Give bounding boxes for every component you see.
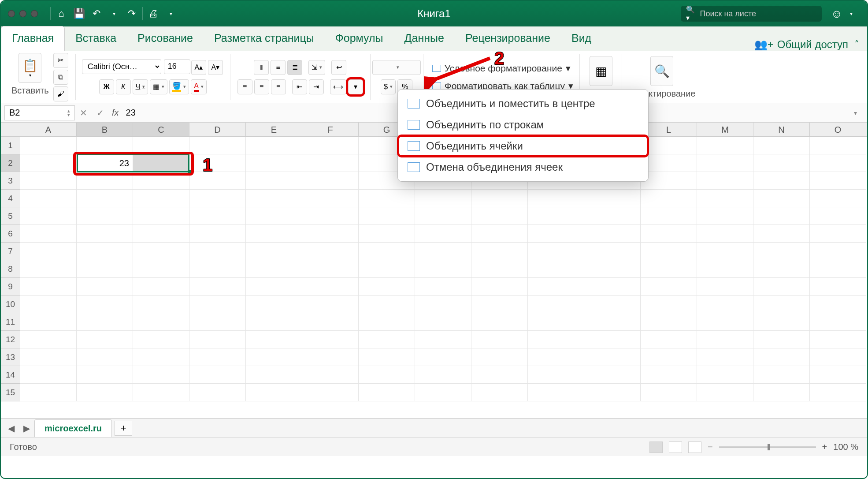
cell[interactable] [641, 278, 697, 296]
cell[interactable] [20, 260, 77, 278]
cell[interactable] [246, 296, 302, 313]
cell[interactable] [77, 137, 133, 154]
cell[interactable] [528, 207, 584, 225]
view-normal-icon[interactable] [649, 442, 663, 453]
cell[interactable] [641, 366, 697, 384]
decrease-font-icon[interactable]: A▾ [208, 60, 223, 75]
cell[interactable] [20, 313, 77, 331]
sheet-nav-next-icon[interactable]: ▶ [19, 423, 34, 434]
orientation-icon[interactable]: ⇲ [308, 60, 325, 75]
cell[interactable] [359, 260, 415, 278]
cell[interactable] [697, 384, 753, 401]
cell[interactable] [246, 225, 302, 243]
cell[interactable] [584, 190, 641, 207]
cell[interactable] [641, 296, 697, 313]
cell[interactable] [77, 207, 133, 225]
cell[interactable] [302, 190, 359, 207]
row-header[interactable]: 2 [1, 154, 20, 172]
cell[interactable] [77, 278, 133, 296]
cell[interactable] [810, 154, 866, 172]
view-page-layout-icon[interactable] [669, 442, 682, 453]
cell[interactable] [302, 278, 359, 296]
cell[interactable] [246, 384, 302, 401]
cell[interactable] [753, 172, 810, 190]
cell[interactable] [77, 366, 133, 384]
cell[interactable] [528, 384, 584, 401]
cell[interactable] [359, 366, 415, 384]
align-left-icon[interactable]: ≡ [237, 79, 252, 94]
minimize-window-icon[interactable] [19, 10, 26, 17]
home-icon[interactable]: ⌂ [52, 5, 70, 22]
feedback-icon[interactable]: ☺ [831, 7, 842, 21]
cell[interactable] [189, 207, 246, 225]
cell[interactable] [133, 190, 189, 207]
cell[interactable] [133, 260, 189, 278]
cell[interactable] [584, 243, 641, 260]
cell[interactable] [246, 207, 302, 225]
cell[interactable] [302, 243, 359, 260]
cell[interactable] [810, 313, 866, 331]
zoom-in-icon[interactable]: + [822, 442, 827, 452]
redo-icon[interactable]: ↷ [123, 5, 141, 22]
cell[interactable] [77, 243, 133, 260]
cell[interactable] [753, 278, 810, 296]
row-header[interactable]: 7 [1, 243, 20, 260]
cell[interactable] [302, 366, 359, 384]
cell[interactable] [641, 207, 697, 225]
cell[interactable] [641, 172, 697, 190]
search-box[interactable]: 🔍▾ [681, 6, 822, 22]
cell[interactable] [415, 278, 471, 296]
cell[interactable] [697, 278, 753, 296]
cell[interactable] [415, 296, 471, 313]
maximize-window-icon[interactable] [31, 10, 38, 17]
cell[interactable] [133, 366, 189, 384]
cell[interactable] [415, 260, 471, 278]
cell[interactable] [584, 260, 641, 278]
cell[interactable] [415, 384, 471, 401]
cell[interactable] [471, 366, 528, 384]
cell[interactable] [302, 331, 359, 348]
align-center-icon[interactable]: ≡ [254, 79, 269, 94]
zoom-out-icon[interactable]: − [708, 442, 713, 452]
cell[interactable] [584, 296, 641, 313]
cell[interactable] [753, 207, 810, 225]
row-header[interactable]: 10 [1, 296, 20, 313]
cells-button[interactable]: ▦ [590, 56, 612, 86]
cell[interactable] [471, 225, 528, 243]
underline-button[interactable]: Ч [133, 79, 148, 94]
cell[interactable] [471, 278, 528, 296]
cell[interactable] [415, 313, 471, 331]
cell[interactable] [415, 243, 471, 260]
cell[interactable] [20, 384, 77, 401]
cell[interactable] [189, 366, 246, 384]
cell[interactable] [20, 172, 77, 190]
cell[interactable] [77, 331, 133, 348]
cell[interactable] [20, 366, 77, 384]
row-header[interactable]: 12 [1, 331, 20, 348]
cell[interactable] [641, 348, 697, 366]
cell[interactable] [246, 260, 302, 278]
formula-expand-icon[interactable]: ▾ [854, 109, 867, 116]
sheet-tab[interactable]: microexcel.ru [34, 419, 112, 437]
tab-formulas[interactable]: Формулы [325, 26, 394, 51]
cell[interactable] [584, 207, 641, 225]
cell[interactable] [471, 331, 528, 348]
cell[interactable] [415, 207, 471, 225]
tab-draw[interactable]: Рисование [127, 26, 204, 51]
cell[interactable] [753, 260, 810, 278]
cell[interactable] [20, 207, 77, 225]
cell[interactable] [77, 384, 133, 401]
cell[interactable] [133, 313, 189, 331]
cell[interactable] [189, 154, 246, 172]
cut-icon[interactable]: ✂ [53, 53, 68, 68]
unmerge-item[interactable]: Отмена объединения ячеек [398, 157, 648, 178]
format-painter-icon[interactable]: 🖌 [53, 86, 68, 101]
cell[interactable] [359, 348, 415, 366]
col-header[interactable]: M [697, 123, 753, 136]
tab-layout[interactable]: Разметка страницы [204, 26, 325, 51]
tab-insert[interactable]: Вставка [65, 26, 127, 51]
cell[interactable] [471, 384, 528, 401]
cell[interactable] [753, 384, 810, 401]
cell[interactable] [753, 190, 810, 207]
cell[interactable] [189, 243, 246, 260]
